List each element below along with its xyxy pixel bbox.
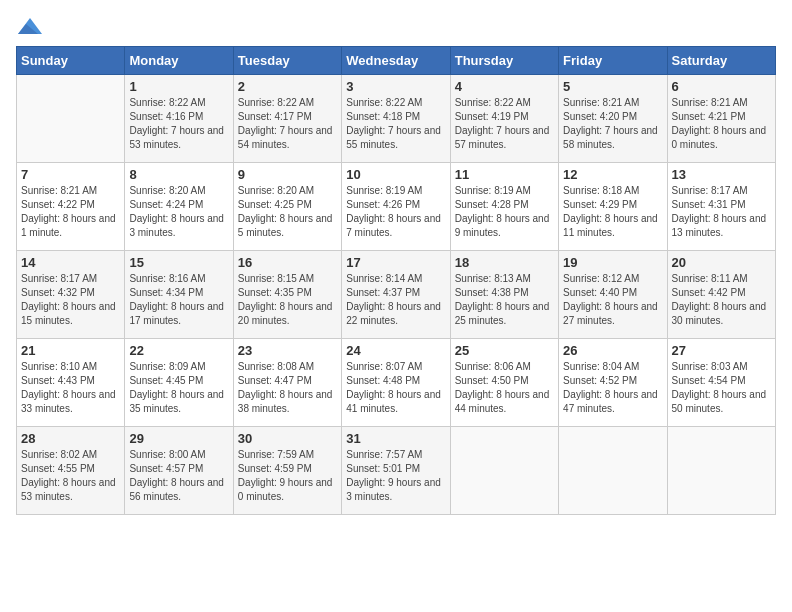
weekday-header-thursday: Thursday: [450, 47, 558, 75]
calendar-cell: 1Sunrise: 8:22 AMSunset: 4:16 PMDaylight…: [125, 75, 233, 163]
calendar-cell: 26Sunrise: 8:04 AMSunset: 4:52 PMDayligh…: [559, 339, 667, 427]
day-info: Sunrise: 8:06 AMSunset: 4:50 PMDaylight:…: [455, 360, 554, 416]
calendar-cell: [667, 427, 775, 515]
day-info: Sunrise: 8:19 AMSunset: 4:26 PMDaylight:…: [346, 184, 445, 240]
calendar-cell: 22Sunrise: 8:09 AMSunset: 4:45 PMDayligh…: [125, 339, 233, 427]
calendar-cell: 29Sunrise: 8:00 AMSunset: 4:57 PMDayligh…: [125, 427, 233, 515]
day-number: 14: [21, 255, 120, 270]
day-number: 16: [238, 255, 337, 270]
calendar-cell: 9Sunrise: 8:20 AMSunset: 4:25 PMDaylight…: [233, 163, 341, 251]
day-number: 30: [238, 431, 337, 446]
calendar-cell: 20Sunrise: 8:11 AMSunset: 4:42 PMDayligh…: [667, 251, 775, 339]
day-number: 13: [672, 167, 771, 182]
calendar-cell: [559, 427, 667, 515]
day-number: 21: [21, 343, 120, 358]
calendar-header: SundayMondayTuesdayWednesdayThursdayFrid…: [17, 47, 776, 75]
calendar-week-row: 7Sunrise: 8:21 AMSunset: 4:22 PMDaylight…: [17, 163, 776, 251]
day-number: 26: [563, 343, 662, 358]
day-info: Sunrise: 7:59 AMSunset: 4:59 PMDaylight:…: [238, 448, 337, 504]
day-number: 15: [129, 255, 228, 270]
day-number: 28: [21, 431, 120, 446]
day-info: Sunrise: 8:22 AMSunset: 4:19 PMDaylight:…: [455, 96, 554, 152]
day-number: 17: [346, 255, 445, 270]
calendar-cell: 2Sunrise: 8:22 AMSunset: 4:17 PMDaylight…: [233, 75, 341, 163]
day-info: Sunrise: 8:13 AMSunset: 4:38 PMDaylight:…: [455, 272, 554, 328]
calendar-week-row: 14Sunrise: 8:17 AMSunset: 4:32 PMDayligh…: [17, 251, 776, 339]
calendar-cell: 7Sunrise: 8:21 AMSunset: 4:22 PMDaylight…: [17, 163, 125, 251]
weekday-header-friday: Friday: [559, 47, 667, 75]
weekday-header-tuesday: Tuesday: [233, 47, 341, 75]
day-number: 18: [455, 255, 554, 270]
day-info: Sunrise: 8:21 AMSunset: 4:21 PMDaylight:…: [672, 96, 771, 152]
day-number: 22: [129, 343, 228, 358]
calendar-cell: 15Sunrise: 8:16 AMSunset: 4:34 PMDayligh…: [125, 251, 233, 339]
calendar-cell: 31Sunrise: 7:57 AMSunset: 5:01 PMDayligh…: [342, 427, 450, 515]
calendar-cell: 17Sunrise: 8:14 AMSunset: 4:37 PMDayligh…: [342, 251, 450, 339]
day-number: 29: [129, 431, 228, 446]
day-number: 20: [672, 255, 771, 270]
day-info: Sunrise: 8:10 AMSunset: 4:43 PMDaylight:…: [21, 360, 120, 416]
day-number: 10: [346, 167, 445, 182]
calendar-cell: 4Sunrise: 8:22 AMSunset: 4:19 PMDaylight…: [450, 75, 558, 163]
day-number: 23: [238, 343, 337, 358]
day-number: 1: [129, 79, 228, 94]
day-info: Sunrise: 8:02 AMSunset: 4:55 PMDaylight:…: [21, 448, 120, 504]
day-info: Sunrise: 8:20 AMSunset: 4:25 PMDaylight:…: [238, 184, 337, 240]
day-info: Sunrise: 8:07 AMSunset: 4:48 PMDaylight:…: [346, 360, 445, 416]
calendar-cell: 30Sunrise: 7:59 AMSunset: 4:59 PMDayligh…: [233, 427, 341, 515]
day-number: 7: [21, 167, 120, 182]
weekday-header-row: SundayMondayTuesdayWednesdayThursdayFrid…: [17, 47, 776, 75]
day-info: Sunrise: 8:12 AMSunset: 4:40 PMDaylight:…: [563, 272, 662, 328]
day-number: 12: [563, 167, 662, 182]
logo-icon: [16, 16, 44, 38]
day-info: Sunrise: 8:17 AMSunset: 4:32 PMDaylight:…: [21, 272, 120, 328]
weekday-header-monday: Monday: [125, 47, 233, 75]
calendar-cell: 21Sunrise: 8:10 AMSunset: 4:43 PMDayligh…: [17, 339, 125, 427]
calendar-cell: [17, 75, 125, 163]
calendar-week-row: 21Sunrise: 8:10 AMSunset: 4:43 PMDayligh…: [17, 339, 776, 427]
logo: [16, 16, 52, 38]
day-number: 25: [455, 343, 554, 358]
page-header: [16, 16, 776, 38]
day-info: Sunrise: 8:16 AMSunset: 4:34 PMDaylight:…: [129, 272, 228, 328]
calendar-cell: 14Sunrise: 8:17 AMSunset: 4:32 PMDayligh…: [17, 251, 125, 339]
calendar-cell: 10Sunrise: 8:19 AMSunset: 4:26 PMDayligh…: [342, 163, 450, 251]
day-info: Sunrise: 8:18 AMSunset: 4:29 PMDaylight:…: [563, 184, 662, 240]
calendar-cell: 23Sunrise: 8:08 AMSunset: 4:47 PMDayligh…: [233, 339, 341, 427]
day-number: 9: [238, 167, 337, 182]
calendar-cell: 25Sunrise: 8:06 AMSunset: 4:50 PMDayligh…: [450, 339, 558, 427]
calendar-cell: 8Sunrise: 8:20 AMSunset: 4:24 PMDaylight…: [125, 163, 233, 251]
day-info: Sunrise: 7:57 AMSunset: 5:01 PMDaylight:…: [346, 448, 445, 504]
day-info: Sunrise: 8:22 AMSunset: 4:16 PMDaylight:…: [129, 96, 228, 152]
day-number: 27: [672, 343, 771, 358]
weekday-header-saturday: Saturday: [667, 47, 775, 75]
weekday-header-wednesday: Wednesday: [342, 47, 450, 75]
calendar-cell: 3Sunrise: 8:22 AMSunset: 4:18 PMDaylight…: [342, 75, 450, 163]
day-number: 3: [346, 79, 445, 94]
calendar-cell: 24Sunrise: 8:07 AMSunset: 4:48 PMDayligh…: [342, 339, 450, 427]
day-info: Sunrise: 8:09 AMSunset: 4:45 PMDaylight:…: [129, 360, 228, 416]
day-number: 11: [455, 167, 554, 182]
weekday-header-sunday: Sunday: [17, 47, 125, 75]
calendar-cell: 6Sunrise: 8:21 AMSunset: 4:21 PMDaylight…: [667, 75, 775, 163]
day-number: 6: [672, 79, 771, 94]
calendar-cell: [450, 427, 558, 515]
calendar-body: 1Sunrise: 8:22 AMSunset: 4:16 PMDaylight…: [17, 75, 776, 515]
calendar-table: SundayMondayTuesdayWednesdayThursdayFrid…: [16, 46, 776, 515]
day-info: Sunrise: 8:22 AMSunset: 4:18 PMDaylight:…: [346, 96, 445, 152]
day-info: Sunrise: 8:20 AMSunset: 4:24 PMDaylight:…: [129, 184, 228, 240]
day-info: Sunrise: 8:15 AMSunset: 4:35 PMDaylight:…: [238, 272, 337, 328]
calendar-cell: 12Sunrise: 8:18 AMSunset: 4:29 PMDayligh…: [559, 163, 667, 251]
day-info: Sunrise: 8:19 AMSunset: 4:28 PMDaylight:…: [455, 184, 554, 240]
day-info: Sunrise: 8:21 AMSunset: 4:22 PMDaylight:…: [21, 184, 120, 240]
calendar-cell: 5Sunrise: 8:21 AMSunset: 4:20 PMDaylight…: [559, 75, 667, 163]
day-info: Sunrise: 8:22 AMSunset: 4:17 PMDaylight:…: [238, 96, 337, 152]
day-info: Sunrise: 8:11 AMSunset: 4:42 PMDaylight:…: [672, 272, 771, 328]
calendar-cell: 18Sunrise: 8:13 AMSunset: 4:38 PMDayligh…: [450, 251, 558, 339]
calendar-week-row: 1Sunrise: 8:22 AMSunset: 4:16 PMDaylight…: [17, 75, 776, 163]
calendar-week-row: 28Sunrise: 8:02 AMSunset: 4:55 PMDayligh…: [17, 427, 776, 515]
day-number: 31: [346, 431, 445, 446]
day-number: 2: [238, 79, 337, 94]
calendar-cell: 19Sunrise: 8:12 AMSunset: 4:40 PMDayligh…: [559, 251, 667, 339]
calendar-cell: 16Sunrise: 8:15 AMSunset: 4:35 PMDayligh…: [233, 251, 341, 339]
